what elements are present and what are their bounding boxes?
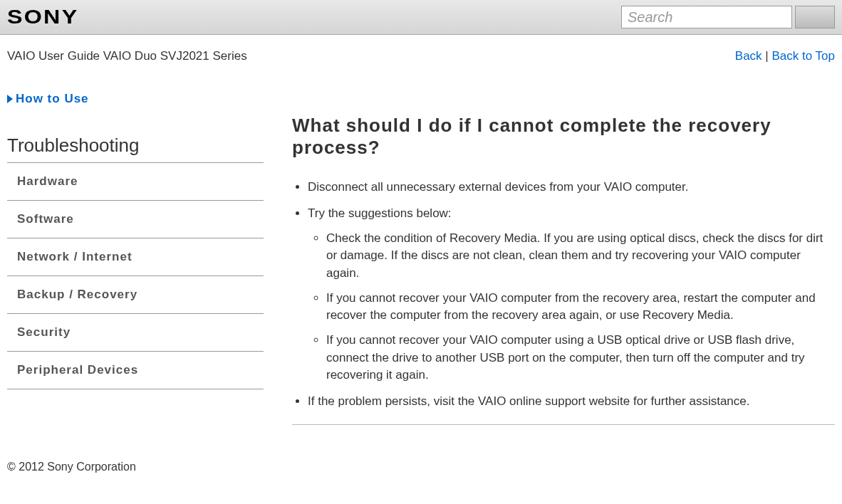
list-item-text: Try the suggestions below: xyxy=(308,206,452,220)
search-button[interactable] xyxy=(795,6,835,28)
sidebar-item-software[interactable]: Software xyxy=(7,201,264,238)
sidebar-item-peripheral[interactable]: Peripheral Devices xyxy=(7,352,264,389)
main-article: What should I do if I cannot complete th… xyxy=(292,92,835,425)
how-to-use-label: How to Use xyxy=(16,92,89,106)
sidebar-item-backup-recovery[interactable]: Backup / Recovery xyxy=(7,276,264,314)
footer: © 2012 Sony Corporation xyxy=(0,439,842,488)
article-list: Disconnect all unnecessary external devi… xyxy=(292,179,835,410)
arrow-right-icon xyxy=(7,95,13,103)
sidebar-section-title: Troubleshooting xyxy=(7,135,264,163)
how-to-use-link[interactable]: How to Use xyxy=(7,92,264,106)
sidebar-item-hardware[interactable]: Hardware xyxy=(7,163,264,201)
back-to-top-link[interactable]: Back to Top xyxy=(771,49,835,63)
back-link[interactable]: Back xyxy=(735,49,762,63)
list-item: Disconnect all unnecessary external devi… xyxy=(308,179,835,196)
article-title: What should I do if I cannot complete th… xyxy=(292,115,835,159)
search-form xyxy=(621,6,835,28)
top-links: Back | Back to Top xyxy=(735,49,835,63)
list-item: Try the suggestions below: Check the con… xyxy=(308,205,835,384)
list-item: If the problem persists, visit the VAIO … xyxy=(308,393,835,411)
breadcrumb-row: VAIO User Guide VAIO Duo SVJ2021 Series … xyxy=(0,35,842,70)
link-separator: | xyxy=(762,49,772,63)
list-item: Check the condition of Recovery Media. I… xyxy=(326,230,835,283)
article-divider xyxy=(292,424,835,425)
content-wrap: How to Use Troubleshooting Hardware Soft… xyxy=(0,70,842,439)
sidebar: How to Use Troubleshooting Hardware Soft… xyxy=(7,92,264,425)
breadcrumb: VAIO User Guide VAIO Duo SVJ2021 Series xyxy=(7,49,247,63)
sidebar-item-network[interactable]: Network / Internet xyxy=(7,238,264,276)
article-sublist: Check the condition of Recovery Media. I… xyxy=(308,230,835,384)
sidebar-item-security[interactable]: Security xyxy=(7,314,264,352)
list-item: If you cannot recover your VAIO computer… xyxy=(326,332,835,384)
sony-logo: SONY xyxy=(7,6,78,28)
copyright-text: © 2012 Sony Corporation xyxy=(7,461,136,473)
header-bar: SONY xyxy=(0,0,842,35)
list-item: If you cannot recover your VAIO computer… xyxy=(326,290,835,325)
search-input[interactable] xyxy=(621,6,792,28)
